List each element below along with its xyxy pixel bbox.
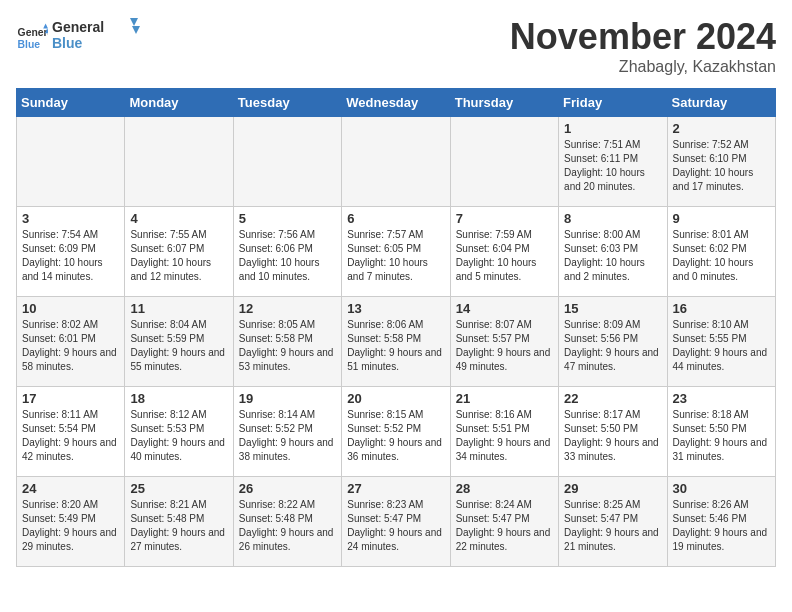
header-cell-tuesday: Tuesday (233, 89, 341, 117)
header-cell-saturday: Saturday (667, 89, 775, 117)
calendar-cell: 4Sunrise: 7:55 AM Sunset: 6:07 PM Daylig… (125, 207, 233, 297)
svg-text:General: General (18, 27, 48, 38)
day-number: 14 (456, 301, 553, 316)
calendar-week-2: 3Sunrise: 7:54 AM Sunset: 6:09 PM Daylig… (17, 207, 776, 297)
calendar-cell: 21Sunrise: 8:16 AM Sunset: 5:51 PM Dayli… (450, 387, 558, 477)
day-number: 20 (347, 391, 444, 406)
day-detail: Sunrise: 8:10 AM Sunset: 5:55 PM Dayligh… (673, 319, 768, 372)
day-number: 3 (22, 211, 119, 226)
day-number: 16 (673, 301, 770, 316)
calendar-cell: 19Sunrise: 8:14 AM Sunset: 5:52 PM Dayli… (233, 387, 341, 477)
day-detail: Sunrise: 8:01 AM Sunset: 6:02 PM Dayligh… (673, 229, 754, 282)
calendar-cell: 5Sunrise: 7:56 AM Sunset: 6:06 PM Daylig… (233, 207, 341, 297)
calendar-cell (17, 117, 125, 207)
calendar-week-3: 10Sunrise: 8:02 AM Sunset: 6:01 PM Dayli… (17, 297, 776, 387)
day-detail: Sunrise: 8:16 AM Sunset: 5:51 PM Dayligh… (456, 409, 551, 462)
logo-icon: General Blue (16, 22, 48, 54)
day-number: 6 (347, 211, 444, 226)
day-detail: Sunrise: 8:14 AM Sunset: 5:52 PM Dayligh… (239, 409, 334, 462)
calendar-cell: 14Sunrise: 8:07 AM Sunset: 5:57 PM Dayli… (450, 297, 558, 387)
day-number: 2 (673, 121, 770, 136)
page-header: General Blue General Blue November 2024 … (16, 16, 776, 76)
day-number: 4 (130, 211, 227, 226)
calendar-cell: 17Sunrise: 8:11 AM Sunset: 5:54 PM Dayli… (17, 387, 125, 477)
calendar-cell: 25Sunrise: 8:21 AM Sunset: 5:48 PM Dayli… (125, 477, 233, 567)
day-number: 1 (564, 121, 661, 136)
day-detail: Sunrise: 7:51 AM Sunset: 6:11 PM Dayligh… (564, 139, 645, 192)
calendar-cell: 22Sunrise: 8:17 AM Sunset: 5:50 PM Dayli… (559, 387, 667, 477)
day-detail: Sunrise: 8:25 AM Sunset: 5:47 PM Dayligh… (564, 499, 659, 552)
day-detail: Sunrise: 8:23 AM Sunset: 5:47 PM Dayligh… (347, 499, 442, 552)
calendar-week-4: 17Sunrise: 8:11 AM Sunset: 5:54 PM Dayli… (17, 387, 776, 477)
day-number: 12 (239, 301, 336, 316)
title-block: November 2024 Zhabagly, Kazakhstan (510, 16, 776, 76)
calendar-header: SundayMondayTuesdayWednesdayThursdayFrid… (17, 89, 776, 117)
day-number: 18 (130, 391, 227, 406)
calendar-cell: 7Sunrise: 7:59 AM Sunset: 6:04 PM Daylig… (450, 207, 558, 297)
calendar-cell: 3Sunrise: 7:54 AM Sunset: 6:09 PM Daylig… (17, 207, 125, 297)
location: Zhabagly, Kazakhstan (510, 58, 776, 76)
day-detail: Sunrise: 8:06 AM Sunset: 5:58 PM Dayligh… (347, 319, 442, 372)
day-number: 29 (564, 481, 661, 496)
calendar-cell: 1Sunrise: 7:51 AM Sunset: 6:11 PM Daylig… (559, 117, 667, 207)
calendar-cell: 30Sunrise: 8:26 AM Sunset: 5:46 PM Dayli… (667, 477, 775, 567)
day-detail: Sunrise: 8:09 AM Sunset: 5:56 PM Dayligh… (564, 319, 659, 372)
day-detail: Sunrise: 7:59 AM Sunset: 6:04 PM Dayligh… (456, 229, 537, 282)
day-detail: Sunrise: 7:57 AM Sunset: 6:05 PM Dayligh… (347, 229, 428, 282)
day-detail: Sunrise: 8:05 AM Sunset: 5:58 PM Dayligh… (239, 319, 334, 372)
day-number: 11 (130, 301, 227, 316)
calendar-cell: 16Sunrise: 8:10 AM Sunset: 5:55 PM Dayli… (667, 297, 775, 387)
day-detail: Sunrise: 8:18 AM Sunset: 5:50 PM Dayligh… (673, 409, 768, 462)
day-number: 21 (456, 391, 553, 406)
calendar-body: 1Sunrise: 7:51 AM Sunset: 6:11 PM Daylig… (17, 117, 776, 567)
logo-svg: General Blue (52, 16, 142, 56)
day-number: 8 (564, 211, 661, 226)
day-detail: Sunrise: 8:21 AM Sunset: 5:48 PM Dayligh… (130, 499, 225, 552)
calendar-cell: 27Sunrise: 8:23 AM Sunset: 5:47 PM Dayli… (342, 477, 450, 567)
calendar-cell: 10Sunrise: 8:02 AM Sunset: 6:01 PM Dayli… (17, 297, 125, 387)
day-detail: Sunrise: 8:26 AM Sunset: 5:46 PM Dayligh… (673, 499, 768, 552)
header-cell-sunday: Sunday (17, 89, 125, 117)
header-row: SundayMondayTuesdayWednesdayThursdayFrid… (17, 89, 776, 117)
header-cell-friday: Friday (559, 89, 667, 117)
day-detail: Sunrise: 8:07 AM Sunset: 5:57 PM Dayligh… (456, 319, 551, 372)
day-detail: Sunrise: 7:55 AM Sunset: 6:07 PM Dayligh… (130, 229, 211, 282)
header-cell-thursday: Thursday (450, 89, 558, 117)
calendar-week-1: 1Sunrise: 7:51 AM Sunset: 6:11 PM Daylig… (17, 117, 776, 207)
calendar-cell: 20Sunrise: 8:15 AM Sunset: 5:52 PM Dayli… (342, 387, 450, 477)
day-number: 22 (564, 391, 661, 406)
day-number: 5 (239, 211, 336, 226)
calendar-cell (125, 117, 233, 207)
day-detail: Sunrise: 8:02 AM Sunset: 6:01 PM Dayligh… (22, 319, 117, 372)
day-detail: Sunrise: 8:17 AM Sunset: 5:50 PM Dayligh… (564, 409, 659, 462)
day-number: 15 (564, 301, 661, 316)
day-detail: Sunrise: 8:20 AM Sunset: 5:49 PM Dayligh… (22, 499, 117, 552)
day-detail: Sunrise: 8:00 AM Sunset: 6:03 PM Dayligh… (564, 229, 645, 282)
day-detail: Sunrise: 7:52 AM Sunset: 6:10 PM Dayligh… (673, 139, 754, 192)
day-number: 23 (673, 391, 770, 406)
day-number: 7 (456, 211, 553, 226)
calendar-cell: 9Sunrise: 8:01 AM Sunset: 6:02 PM Daylig… (667, 207, 775, 297)
svg-marker-6 (130, 18, 138, 26)
calendar-cell (450, 117, 558, 207)
svg-marker-2 (43, 24, 48, 29)
day-detail: Sunrise: 8:04 AM Sunset: 5:59 PM Dayligh… (130, 319, 225, 372)
svg-text:General: General (52, 19, 104, 35)
day-detail: Sunrise: 8:24 AM Sunset: 5:47 PM Dayligh… (456, 499, 551, 552)
day-detail: Sunrise: 7:54 AM Sunset: 6:09 PM Dayligh… (22, 229, 103, 282)
calendar-cell: 15Sunrise: 8:09 AM Sunset: 5:56 PM Dayli… (559, 297, 667, 387)
day-detail: Sunrise: 8:22 AM Sunset: 5:48 PM Dayligh… (239, 499, 334, 552)
calendar-cell: 23Sunrise: 8:18 AM Sunset: 5:50 PM Dayli… (667, 387, 775, 477)
day-number: 17 (22, 391, 119, 406)
calendar-cell: 29Sunrise: 8:25 AM Sunset: 5:47 PM Dayli… (559, 477, 667, 567)
day-number: 25 (130, 481, 227, 496)
calendar-cell: 2Sunrise: 7:52 AM Sunset: 6:10 PM Daylig… (667, 117, 775, 207)
calendar-week-5: 24Sunrise: 8:20 AM Sunset: 5:49 PM Dayli… (17, 477, 776, 567)
calendar-cell: 8Sunrise: 8:00 AM Sunset: 6:03 PM Daylig… (559, 207, 667, 297)
calendar-cell: 18Sunrise: 8:12 AM Sunset: 5:53 PM Dayli… (125, 387, 233, 477)
day-number: 26 (239, 481, 336, 496)
calendar-cell (233, 117, 341, 207)
calendar-cell: 11Sunrise: 8:04 AM Sunset: 5:59 PM Dayli… (125, 297, 233, 387)
calendar-cell: 26Sunrise: 8:22 AM Sunset: 5:48 PM Dayli… (233, 477, 341, 567)
calendar-cell: 13Sunrise: 8:06 AM Sunset: 5:58 PM Dayli… (342, 297, 450, 387)
